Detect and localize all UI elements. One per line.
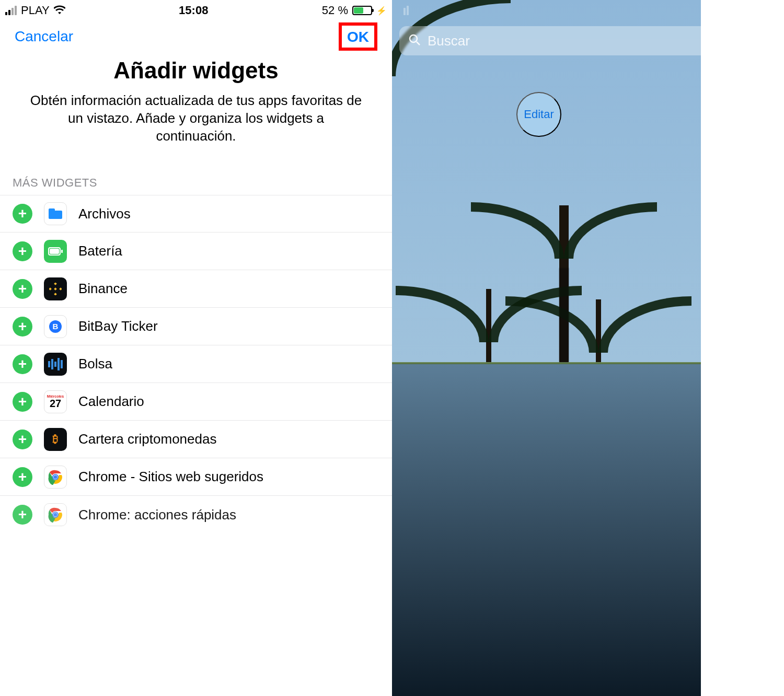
search-placeholder: Buscar bbox=[428, 33, 750, 49]
widget-row-bateria[interactable]: + Batería bbox=[0, 233, 392, 270]
add-icon[interactable]: + bbox=[13, 467, 32, 487]
widget-label: Cartera criptomonedas bbox=[78, 431, 216, 447]
nav-bar: Cancelar OK bbox=[0, 21, 392, 52]
cal-day: 27 bbox=[50, 398, 61, 409]
files-icon bbox=[44, 202, 67, 225]
svg-point-20 bbox=[410, 35, 417, 42]
wifi-icon bbox=[54, 5, 65, 16]
carrier-label: PLAY bbox=[21, 4, 50, 17]
status-bar: PLAY 15:08 52 % ⚡ bbox=[0, 0, 392, 21]
calendar-icon: Miércoles 27 bbox=[44, 390, 67, 413]
stocks-icon bbox=[44, 353, 67, 376]
page-title: Añadir widgets bbox=[26, 57, 366, 84]
widget-label: Chrome: acciones rápidas bbox=[78, 507, 236, 523]
widget-row-calendario[interactable]: + Miércoles 27 Calendario bbox=[0, 383, 392, 421]
widget-row-bolsa[interactable]: + Bolsa bbox=[0, 345, 392, 383]
chrome-icon bbox=[44, 503, 67, 526]
svg-rect-6 bbox=[54, 293, 57, 295]
svg-text:B: B bbox=[53, 322, 59, 331]
signal-icon bbox=[5, 6, 17, 15]
widget-label: BitBay Ticker bbox=[78, 318, 158, 334]
battery-icon bbox=[44, 240, 67, 263]
widget-row-bitbay[interactable]: + B BitBay Ticker bbox=[0, 308, 392, 345]
widget-label: Calendario bbox=[78, 393, 144, 410]
svg-line-21 bbox=[417, 42, 420, 45]
svg-point-15 bbox=[54, 475, 57, 479]
wallpaper bbox=[392, 0, 784, 696]
svg-rect-8 bbox=[59, 287, 62, 291]
add-icon[interactable]: + bbox=[13, 430, 32, 449]
widget-row-cartera-cripto[interactable]: + ₿ Cartera criptomonedas bbox=[0, 421, 392, 458]
svg-rect-9 bbox=[54, 287, 57, 291]
chrome-icon bbox=[44, 466, 67, 489]
header: Añadir widgets Obtén información actuali… bbox=[0, 52, 392, 176]
edit-button[interactable]: Editar bbox=[516, 92, 561, 137]
search-field[interactable]: Buscar bbox=[399, 26, 777, 55]
add-icon[interactable]: + bbox=[13, 317, 32, 337]
svg-rect-7 bbox=[49, 287, 52, 291]
section-header: MÁS WIDGETS bbox=[0, 176, 392, 195]
battery-text: 52 % bbox=[322, 4, 348, 17]
add-widgets-screen: PLAY 15:08 52 % ⚡ Cancelar OK Añadir wid… bbox=[0, 0, 392, 696]
clock-label: 15:08 bbox=[179, 4, 208, 17]
battery-icon bbox=[352, 6, 372, 15]
widget-label: Bolsa bbox=[78, 356, 112, 372]
widget-row-chrome-sites[interactable]: + Chrome - Sitios web sugeridos bbox=[0, 458, 392, 496]
add-icon[interactable]: + bbox=[13, 505, 32, 525]
widgets-list: + Archivos + Batería + Binance bbox=[0, 195, 392, 533]
ok-button[interactable]: OK bbox=[339, 22, 377, 51]
dual-screenshot: PLAY 15:08 52 % ⚡ Cancelar OK Añadir wid… bbox=[0, 0, 784, 696]
widget-label: Batería bbox=[78, 243, 122, 259]
svg-rect-3 bbox=[50, 249, 59, 254]
bitcoin-icon: ₿ bbox=[44, 428, 67, 451]
add-icon[interactable]: + bbox=[13, 204, 32, 224]
widget-row-binance[interactable]: + Binance bbox=[0, 270, 392, 308]
cancel-button[interactable]: Cancelar bbox=[15, 28, 73, 45]
svg-point-19 bbox=[54, 513, 57, 517]
add-icon[interactable]: + bbox=[13, 354, 32, 374]
widget-label: Binance bbox=[78, 281, 128, 297]
charging-icon: ⚡ bbox=[376, 6, 387, 16]
widget-row-chrome-actions[interactable]: + Chrome: acciones rápidas bbox=[0, 496, 392, 533]
today-view-screen: PLAY 15:08 52 % ⚡ Buscar Editar bbox=[392, 0, 784, 696]
svg-rect-22 bbox=[760, 33, 764, 41]
svg-rect-1 bbox=[49, 208, 55, 213]
binance-icon bbox=[44, 277, 67, 300]
bitbay-icon: B bbox=[44, 315, 67, 338]
svg-rect-4 bbox=[61, 250, 63, 253]
widget-label: Archivos bbox=[78, 206, 131, 222]
add-icon[interactable]: + bbox=[13, 392, 32, 412]
widget-label: Chrome - Sitios web sugeridos bbox=[78, 469, 263, 485]
add-icon[interactable]: + bbox=[13, 241, 32, 261]
search-icon bbox=[409, 34, 420, 48]
page-subtitle: Obtén información actualizada de tus app… bbox=[26, 92, 366, 145]
widget-row-archivos[interactable]: + Archivos bbox=[0, 195, 392, 233]
battery-icon bbox=[744, 6, 764, 15]
mic-icon[interactable] bbox=[757, 33, 767, 49]
add-icon[interactable]: + bbox=[13, 279, 32, 299]
svg-rect-5 bbox=[54, 283, 57, 285]
